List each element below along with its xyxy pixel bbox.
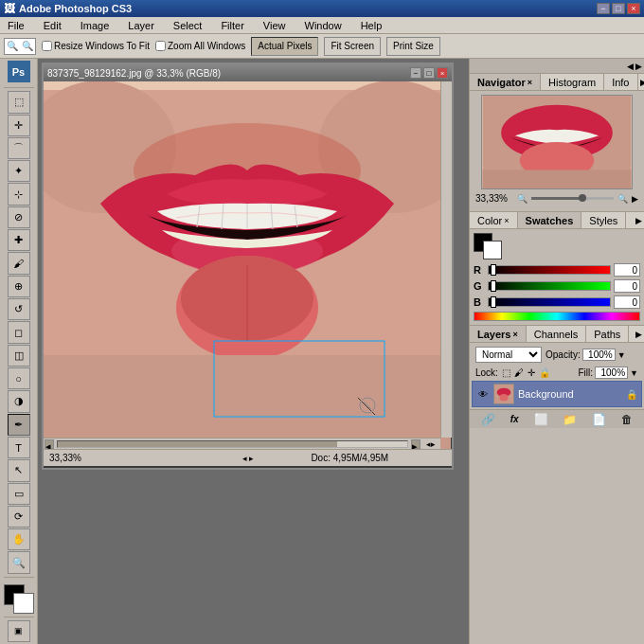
h-scroll-thumb[interactable]	[58, 441, 337, 447]
tool-eyedropper[interactable]: ⊘	[8, 206, 30, 228]
background-color-swatch[interactable]	[483, 241, 502, 259]
h-scrollbar[interactable]: ◂ ▸ ◂▸	[44, 438, 440, 449]
nav-arrows[interactable]: ◂▸	[421, 439, 440, 449]
zoom-thumb[interactable]	[579, 194, 586, 202]
tab-layers[interactable]: Layers ×	[470, 326, 527, 342]
color-panel-options[interactable]: ▶	[634, 214, 644, 227]
tool-history[interactable]: ↺	[8, 298, 30, 320]
lock-all-icon[interactable]: 🔒	[539, 367, 550, 378]
tool-text[interactable]: T	[8, 437, 30, 458]
tool-path-select[interactable]: ↖	[8, 459, 30, 481]
expand-arrow-icon[interactable]: ▶	[635, 62, 642, 71]
close-button[interactable]: ×	[627, 3, 640, 14]
fit-screen-button[interactable]: Fit Screen	[324, 37, 381, 56]
lock-move-icon[interactable]: ✛	[528, 367, 535, 378]
tool-healing[interactable]: ✚	[8, 229, 30, 251]
tool-gradient[interactable]: ◫	[8, 345, 30, 367]
r-value[interactable]: 0	[614, 263, 640, 277]
tool-lasso[interactable]: ⌒	[8, 137, 30, 159]
b-slider-thumb[interactable]	[491, 296, 496, 308]
r-slider[interactable]	[488, 265, 611, 275]
fill-input[interactable]	[595, 367, 628, 379]
tool-pen[interactable]: ✒	[8, 414, 30, 436]
tool-move[interactable]: ✛	[8, 115, 30, 136]
zoom-in-icon[interactable]: 🔍	[617, 194, 628, 204]
maximize-button[interactable]: □	[612, 3, 625, 14]
tab-histogram[interactable]: Histogram	[541, 74, 604, 90]
minimize-button[interactable]: −	[597, 3, 610, 14]
v-scrollbar[interactable]	[440, 81, 452, 438]
tool-clone[interactable]: ⊕	[8, 276, 30, 297]
tab-color[interactable]: Color ×	[470, 212, 518, 228]
tool-hand[interactable]: ✋	[8, 528, 30, 550]
menu-layer[interactable]: Layer	[124, 19, 158, 32]
tab-info[interactable]: Info	[604, 74, 637, 90]
menu-window[interactable]: Window	[301, 19, 346, 32]
zoom-all-checkbox[interactable]	[155, 41, 166, 51]
link-layers-button[interactable]: 🔗	[481, 413, 495, 426]
resize-windows-checkbox[interactable]	[42, 41, 52, 51]
print-size-button[interactable]: Print Size	[386, 37, 440, 56]
tool-screen-mode[interactable]: ▣	[8, 620, 30, 642]
canvas-content[interactable]: ◂ ▸ ◂▸	[44, 81, 452, 449]
tool-crop[interactable]: ⊹	[8, 183, 30, 205]
menu-image[interactable]: Image	[77, 19, 114, 32]
tool-eraser[interactable]: ◻	[8, 321, 30, 343]
tab-channels[interactable]: Channels	[527, 326, 586, 342]
panel-options-arrow[interactable]: ▶	[638, 76, 645, 89]
add-style-button[interactable]: fx	[510, 414, 519, 424]
h-scroll-right[interactable]: ▸	[411, 439, 420, 449]
color-spectrum-bar[interactable]	[474, 312, 640, 321]
g-slider[interactable]	[488, 281, 611, 291]
tab-navigator[interactable]: Navigator ×	[470, 74, 541, 90]
delete-layer-button[interactable]: 🗑	[621, 413, 633, 426]
tab-swatches[interactable]: Swatches	[518, 212, 582, 228]
zoom-out-icon[interactable]: 🔍	[517, 194, 528, 204]
tab-color-close[interactable]: ×	[504, 216, 509, 225]
lock-brush-icon[interactable]: 🖌	[514, 367, 524, 378]
menu-view[interactable]: View	[259, 19, 290, 32]
tool-brush[interactable]: 🖌	[8, 252, 30, 274]
add-mask-button[interactable]: ⬜	[534, 413, 548, 426]
actual-pixels-button[interactable]: Actual Pixels	[251, 37, 318, 56]
tab-navigator-close[interactable]: ×	[528, 78, 532, 87]
zoom-icon-plus[interactable]: 🔍	[20, 41, 35, 51]
tool-magic-wand[interactable]: ✦	[8, 160, 30, 182]
background-color[interactable]	[13, 593, 34, 614]
fill-arrow[interactable]: ▼	[630, 368, 638, 378]
doc-restore-button[interactable]: □	[423, 67, 435, 79]
zoom-icon-minus[interactable]: 🔍	[5, 41, 20, 51]
h-scroll-left[interactable]: ◂	[45, 439, 54, 449]
b-value[interactable]: 0	[614, 295, 640, 309]
menu-file[interactable]: File	[4, 19, 28, 32]
layer-background[interactable]: 👁 Background 🔒	[472, 381, 642, 407]
menu-filter[interactable]: Filter	[217, 19, 247, 32]
tab-layers-close[interactable]: ×	[512, 330, 517, 339]
tool-zoom[interactable]: 🔍	[8, 551, 30, 573]
r-slider-thumb[interactable]	[491, 264, 496, 276]
tool-marquee[interactable]: ⬚	[8, 91, 30, 113]
new-layer-button[interactable]: 📄	[592, 413, 606, 426]
tool-dodge[interactable]: ◑	[8, 390, 30, 412]
tool-blur[interactable]: ○	[8, 367, 30, 389]
tool-shape[interactable]: ▭	[8, 483, 30, 505]
lock-transparent-icon[interactable]: ⬚	[502, 367, 510, 378]
collapse-arrow-icon[interactable]: ◀	[627, 62, 634, 71]
tab-paths[interactable]: Paths	[586, 326, 629, 342]
blend-mode-select[interactable]: Normal	[475, 347, 542, 363]
zoom-nav-right[interactable]: ▶	[632, 194, 638, 204]
opacity-arrow[interactable]: ▼	[617, 350, 626, 360]
g-value[interactable]: 0	[614, 279, 640, 293]
g-slider-thumb[interactable]	[491, 280, 496, 292]
tab-styles[interactable]: Styles	[581, 212, 626, 228]
tool-3d-rotate[interactable]: ⟳	[8, 506, 30, 528]
menu-help[interactable]: Help	[357, 19, 386, 32]
b-slider[interactable]	[488, 297, 611, 307]
opacity-input[interactable]	[582, 349, 616, 361]
doc-close-button[interactable]: ×	[437, 67, 448, 79]
doc-minimize-button[interactable]: −	[410, 67, 421, 79]
layer-visibility-toggle[interactable]: 👁	[476, 387, 490, 401]
layers-panel-options[interactable]: ▶	[634, 328, 644, 341]
new-group-button[interactable]: 📁	[563, 413, 577, 426]
prev-page-btn[interactable]: ◂	[242, 454, 247, 463]
